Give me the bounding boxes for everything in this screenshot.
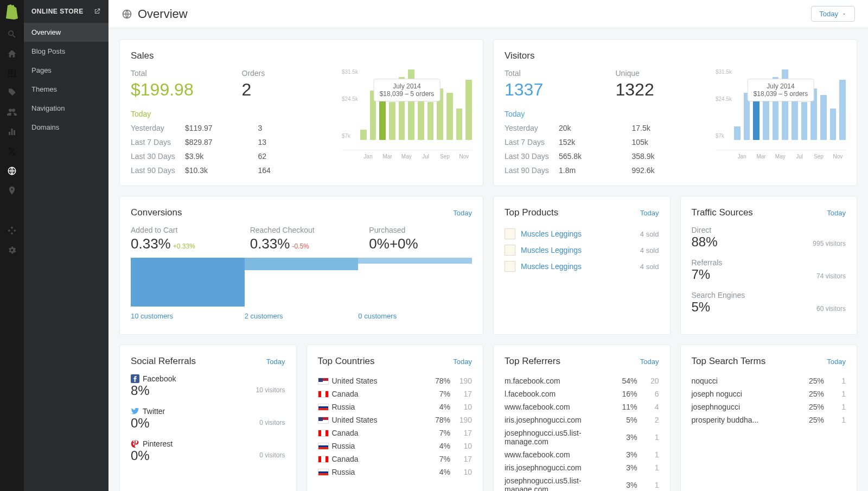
search-term-link[interactable]: josephnogucci [692, 403, 741, 411]
home-icon[interactable] [7, 49, 17, 59]
product-link[interactable]: Muscles Leggings [521, 229, 582, 238]
search-term-row: joseph nogucci25%1 [692, 387, 846, 400]
globe-icon[interactable] [7, 166, 17, 176]
referrer-link[interactable]: l.facebook.com [505, 390, 556, 398]
bar[interactable] [820, 95, 827, 140]
facebook-icon [131, 374, 139, 383]
flag-icon [318, 378, 329, 385]
bar[interactable] [839, 80, 846, 140]
search-icon[interactable] [7, 29, 17, 39]
today-link[interactable]: Today [453, 209, 472, 217]
pin-icon[interactable] [7, 186, 17, 195]
today-link[interactable]: Today [827, 209, 846, 217]
product-thumb [505, 228, 515, 239]
country-row: Canada7%17 [318, 452, 473, 466]
search-term-link[interactable]: joseph nogucci [692, 390, 742, 398]
bar[interactable] [830, 109, 837, 140]
period-yesterday[interactable]: Yesterday [505, 124, 559, 132]
period-last-90-days[interactable]: Last 90 Days [505, 166, 559, 175]
bar[interactable] [360, 130, 367, 140]
sidebar-item-themes[interactable]: Themes [24, 80, 108, 99]
date-range-button[interactable]: Today [811, 6, 855, 22]
referrer-link[interactable]: iris.josephnogucci.com [505, 416, 582, 424]
bar[interactable] [427, 102, 434, 140]
country-row: Russia4%10 [318, 466, 473, 479]
search-term-link[interactable]: noqucci [692, 377, 718, 385]
referrer-row: www.facebook.com3%1 [505, 448, 659, 461]
period-today[interactable]: Today [505, 110, 559, 118]
visitors-unique: 1322 [616, 80, 705, 100]
sales-chart: $31.5k $24.5k $7k July 2014 $18,039 – 5 … [342, 69, 472, 175]
sidebar-item-overview[interactable]: Overview [24, 23, 108, 42]
referrer-row: m.facebook.com54%20 [505, 374, 659, 387]
top-search-terms-card: Top Search Terms Today noqucci25%1joseph… [680, 345, 858, 491]
product-link[interactable]: Muscles Leggings [521, 246, 582, 254]
period-last-7-days[interactable]: Last 7 Days [505, 138, 559, 146]
product-link[interactable]: Muscles Leggings [521, 262, 582, 271]
sidebar-item-navigation[interactable]: Navigation [24, 99, 108, 118]
shopify-logo-icon [5, 4, 18, 20]
social-row: Facebook10 visitors8% [131, 374, 285, 398]
today-link[interactable]: Today [827, 358, 846, 366]
period-last-30-days[interactable]: Last 30 Days [131, 152, 185, 161]
funnel-chart [131, 258, 472, 307]
top-referrers-card: Top Referrers Today m.facebook.com54%20l… [493, 345, 671, 491]
tag-icon[interactable] [7, 88, 17, 98]
sidebar-item-blog-posts[interactable]: Blog Posts [24, 42, 108, 61]
search-term-row: prosperity buddha...25%1 [692, 413, 846, 426]
bar[interactable] [418, 100, 424, 140]
visitors-chart: $31.5k $24.5k $7k July 2014 $18,039 – 5 … [716, 69, 846, 175]
referrer-link[interactable]: www.facebook.com [505, 450, 570, 459]
orders-icon[interactable] [7, 68, 17, 78]
sidebar-header: ONLINE STORE [24, 0, 108, 23]
referrer-link[interactable]: www.facebook.com [505, 403, 570, 411]
today-link[interactable]: Today [266, 358, 285, 366]
referrer-link[interactable]: josephnogucci.us5.list-manage.com [505, 429, 610, 446]
bar[interactable] [446, 93, 453, 140]
search-term-link[interactable]: prosperity buddha... [692, 416, 759, 424]
bar[interactable] [389, 102, 395, 140]
search-term-row: noqucci25%1 [692, 374, 846, 387]
period-yesterday[interactable]: Yesterday [131, 124, 185, 132]
sidebar-item-pages[interactable]: Pages [24, 61, 108, 80]
period-today[interactable]: Today [131, 110, 185, 118]
referrer-link[interactable]: m.facebook.com [505, 377, 560, 385]
today-link[interactable]: Today [640, 209, 659, 217]
period-last-7-days[interactable]: Last 7 Days [131, 138, 185, 146]
referrer-link[interactable]: josephnogucci.us5.list-manage.com [505, 476, 610, 491]
twitter-icon [131, 407, 139, 416]
bar[interactable] [801, 102, 808, 140]
search-term-row: josephnogucci25%1 [692, 400, 846, 413]
bar[interactable] [465, 80, 472, 140]
referrer-link[interactable]: iris.josephnogucci.com [505, 463, 582, 472]
customers-icon[interactable] [7, 107, 17, 117]
product-row: Muscles Leggings4 sold [505, 242, 659, 258]
discounts-icon[interactable] [7, 146, 17, 156]
period-last-90-days[interactable]: Last 90 Days [131, 166, 185, 175]
card-title: Visitors [505, 50, 846, 61]
country-row: Canada7%17 [318, 387, 473, 400]
icon-rail [0, 0, 24, 491]
referrer-row: josephnogucci.us5.list-manage.com3%1 [505, 474, 659, 491]
reports-icon[interactable] [7, 127, 17, 137]
sidebar-item-domains[interactable]: Domains [24, 118, 108, 137]
sidebar-title: ONLINE STORE [31, 8, 84, 15]
referrer-row: www.facebook.com11%4 [505, 400, 659, 413]
chevron-down-icon [841, 11, 847, 17]
apps-icon[interactable] [7, 226, 17, 235]
chart-tooltip: July 2014 $18,039 – 5 orders [374, 79, 441, 101]
traffic-item: Direct995 visitors88% [692, 226, 846, 250]
product-thumb [505, 245, 515, 256]
bar[interactable] [456, 109, 463, 140]
external-link-icon[interactable] [93, 8, 101, 15]
bar[interactable] [763, 100, 769, 140]
bar[interactable] [734, 126, 741, 140]
period-last-30-days[interactable]: Last 30 Days [505, 152, 559, 161]
flag-icon [318, 469, 329, 476]
today-link[interactable]: Today [640, 358, 659, 366]
visitors-total: 1337 [505, 80, 594, 100]
settings-icon[interactable] [7, 245, 17, 255]
product-thumb [505, 261, 515, 272]
top-products-card: Top Products Today Muscles Leggings4 sol… [493, 196, 671, 335]
today-link[interactable]: Today [453, 358, 472, 366]
